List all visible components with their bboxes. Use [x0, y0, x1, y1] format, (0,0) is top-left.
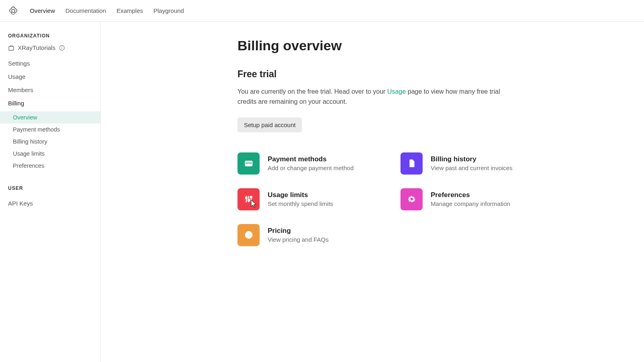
- sidebar-item-members[interactable]: Members: [0, 83, 100, 97]
- trial-text-before: You are currently on the free trial. Hea…: [237, 88, 387, 95]
- card-desc: View pricing and FAQs: [268, 236, 328, 243]
- card-desc: Manage company information: [431, 200, 510, 207]
- card-icon: [237, 152, 260, 175]
- card-title: Payment methods: [268, 155, 353, 163]
- sidebar-user-label: USER: [0, 185, 100, 197]
- svg-text:$: $: [247, 232, 250, 238]
- card-desc: Add or change payment method: [268, 165, 353, 171]
- svg-point-0: [12, 9, 15, 12]
- logo-icon[interactable]: [8, 6, 19, 16]
- sidebar-billing-sub: Overview Payment methods Billing history…: [0, 111, 100, 172]
- card-title: Usage limits: [268, 191, 333, 199]
- sidebar-item-billing[interactable]: Billing: [0, 97, 100, 110]
- document-icon: [407, 158, 417, 168]
- setup-paid-account-button[interactable]: Setup paid account: [237, 117, 302, 132]
- sidebar-sub-billing-history[interactable]: Billing history: [0, 136, 100, 148]
- usage-link[interactable]: Usage: [387, 88, 406, 95]
- credit-card-icon: [244, 158, 254, 168]
- svg-rect-1: [9, 46, 14, 50]
- info-icon[interactable]: [59, 45, 65, 51]
- card-icon: [237, 188, 260, 210]
- card-desc: Set monthly spend limits: [268, 200, 333, 207]
- building-icon: [8, 45, 14, 51]
- sidebar-sub-preferences[interactable]: Preferences: [0, 160, 100, 172]
- sidebar-item-usage[interactable]: Usage: [0, 70, 100, 83]
- card-icon: [400, 152, 423, 175]
- card-usage-limits[interactable]: Usage limits Set monthly spend limits: [237, 188, 400, 210]
- svg-point-4: [62, 47, 62, 47]
- sidebar-org-label: ORGANIZATION: [0, 33, 100, 44]
- sidebar: ORGANIZATION XRayTutorials Settings Usag…: [0, 22, 101, 362]
- sidebar-item-api-keys[interactable]: API Keys: [0, 197, 100, 210]
- svg-rect-6: [245, 162, 252, 164]
- svg-point-12: [250, 196, 252, 198]
- billing-cards-grid: Payment methods Add or change payment me…: [237, 152, 620, 246]
- top-nav: Overview Documentation Examples Playgrou…: [0, 0, 644, 22]
- card-icon: $: [237, 224, 260, 246]
- section-title-free-trial: Free trial: [237, 69, 620, 80]
- dollar-icon: $: [244, 230, 254, 240]
- card-title: Pricing: [268, 227, 328, 235]
- card-desc: View past and current invoices: [431, 165, 512, 171]
- card-billing-history[interactable]: Billing history View past and current in…: [400, 152, 564, 175]
- nav-playground[interactable]: Playground: [153, 7, 184, 14]
- sidebar-item-settings[interactable]: Settings: [0, 57, 100, 70]
- svg-point-8: [246, 197, 247, 199]
- card-payment-methods[interactable]: Payment methods Add or change payment me…: [237, 152, 400, 175]
- gear-icon: [407, 194, 417, 204]
- sidebar-org-selector[interactable]: XRayTutorials: [0, 44, 100, 57]
- topnav-links: Overview Documentation Examples Playgrou…: [30, 7, 184, 14]
- sidebar-sub-usage-limits[interactable]: Usage limits: [0, 148, 100, 160]
- card-icon: [400, 188, 423, 210]
- card-title: Preferences: [431, 191, 510, 199]
- nav-examples[interactable]: Examples: [116, 7, 143, 14]
- svg-point-10: [248, 200, 250, 201]
- sidebar-sub-payment-methods[interactable]: Payment methods: [0, 123, 100, 136]
- card-preferences[interactable]: Preferences Manage company information: [400, 188, 564, 210]
- nav-overview[interactable]: Overview: [30, 7, 55, 14]
- nav-documentation[interactable]: Documentation: [66, 7, 106, 14]
- card-pricing[interactable]: $ Pricing View pricing and FAQs: [237, 224, 400, 246]
- trial-description: You are currently on the free trial. Hea…: [237, 87, 511, 107]
- page-title: Billing overview: [237, 38, 620, 53]
- card-title: Billing history: [431, 155, 512, 163]
- sidebar-sub-overview[interactable]: Overview: [0, 111, 100, 123]
- sliders-icon: [244, 194, 254, 204]
- org-name: XRayTutorials: [18, 44, 56, 51]
- main-content: Billing overview Free trial You are curr…: [101, 22, 644, 362]
